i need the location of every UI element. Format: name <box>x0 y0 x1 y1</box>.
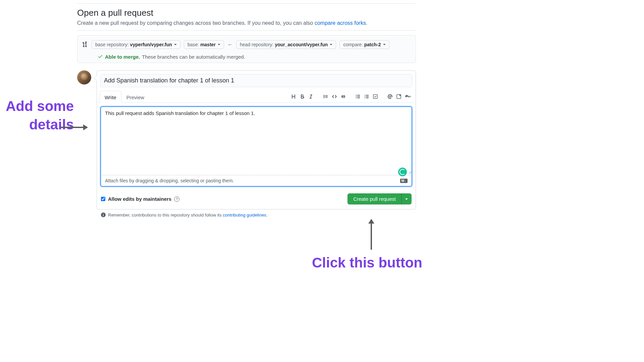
create-pr-button[interactable]: Create pull request <box>347 193 401 204</box>
bullet-list-icon[interactable] <box>354 93 362 101</box>
merge-status: Able to merge. These branches can be aut… <box>82 54 411 60</box>
pr-body-wrap: Attach files by dragging & dropping, sel… <box>100 106 412 187</box>
subtitle-post: . <box>366 20 367 26</box>
svg-point-2 <box>356 98 357 98</box>
avatar[interactable] <box>77 70 91 84</box>
formatting-toolbar: ▾ <box>284 93 413 101</box>
pr-body-textarea[interactable] <box>101 107 412 174</box>
remember-pre: Remember, contributions to this reposito… <box>108 213 223 218</box>
compare-bar: base repository: vyperfun/vyper.fun base… <box>77 35 416 63</box>
mention-icon[interactable] <box>386 93 394 101</box>
annotation-arrow-right <box>60 127 87 128</box>
base-branch-label: base: <box>187 42 199 47</box>
annotation-arrow-up <box>371 220 372 250</box>
help-icon[interactable]: ? <box>174 196 179 202</box>
task-list-icon[interactable] <box>371 93 379 101</box>
svg-point-0 <box>356 95 357 96</box>
bold-icon[interactable] <box>298 93 306 101</box>
italic-icon[interactable] <box>307 93 315 101</box>
compare-icon <box>82 42 88 48</box>
compare-branch-value: patch-2 <box>364 42 381 47</box>
head-repo-value: your_account/vyper.fun <box>275 42 328 47</box>
code-icon[interactable] <box>330 93 338 101</box>
link-icon[interactable] <box>339 93 347 101</box>
annotation-click-button: Click this button <box>312 255 422 271</box>
compare-branch-label: compare: <box>343 42 363 47</box>
head-repo-label: head repository: <box>240 42 273 47</box>
remember-note: Remember, contributions to this reposito… <box>101 212 416 218</box>
base-repo-value: vyperfun/vyper.fun <box>130 42 172 47</box>
remember-post: . <box>266 213 268 218</box>
tab-preview[interactable]: Preview <box>121 91 149 103</box>
page-title: Open a pull request <box>77 8 416 18</box>
merge-able-text: Able to merge. <box>105 54 140 60</box>
annotation-add-details: Add some details <box>0 97 74 134</box>
svg-point-1 <box>356 96 357 97</box>
reference-icon[interactable] <box>395 93 403 101</box>
subtitle-text: Create a new pull request by comparing c… <box>77 20 315 26</box>
pr-editor: Write Preview <box>97 70 416 209</box>
grammarly-icon[interactable] <box>398 168 407 176</box>
base-branch-value: master <box>200 42 216 47</box>
quote-icon[interactable] <box>322 93 330 101</box>
allow-edits-row[interactable]: Allow edits by maintainers ? <box>101 196 179 202</box>
info-icon <box>101 212 106 218</box>
arrow-left-icon: ← <box>227 42 233 48</box>
head-repo-selector[interactable]: head repository: your_account/vyper.fun <box>236 40 336 49</box>
merge-msg-text: These branches can be automatically merg… <box>142 54 245 60</box>
allow-edits-checkbox[interactable] <box>101 197 105 201</box>
allow-edits-label: Allow edits by maintainers <box>108 196 171 202</box>
page-subtitle: Create a new pull request by comparing c… <box>77 20 416 26</box>
number-list-icon[interactable] <box>363 93 371 101</box>
tab-write[interactable]: Write <box>100 91 121 103</box>
pr-title-input[interactable] <box>100 74 412 87</box>
attach-hint[interactable]: Attach files by dragging & dropping, sel… <box>105 178 234 183</box>
check-icon <box>98 54 103 60</box>
create-pr-dropdown[interactable] <box>401 193 412 204</box>
base-repo-selector[interactable]: base repository: vyperfun/vyper.fun <box>92 40 180 49</box>
heading-icon[interactable] <box>289 93 298 101</box>
base-branch-selector[interactable]: base: master <box>184 40 224 49</box>
reply-icon[interactable]: ▾ <box>404 93 412 101</box>
compare-branch-selector[interactable]: compare: patch-2 <box>339 40 389 49</box>
base-repo-label: base repository: <box>95 42 129 47</box>
contributing-link[interactable]: contributing guidelines <box>223 213 266 218</box>
markdown-badge-icon[interactable]: M↓ <box>400 179 408 183</box>
compare-forks-link[interactable]: compare across forks <box>315 20 366 26</box>
